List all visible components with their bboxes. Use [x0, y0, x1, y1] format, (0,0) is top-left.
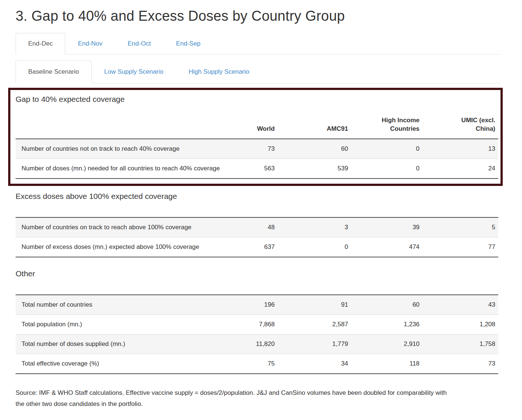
value-cell: 73 — [423, 354, 498, 374]
value-cell: 118 — [351, 354, 423, 374]
value-cell: 34 — [278, 354, 351, 374]
row-label: Number of doses (mn.) needed for all cou… — [16, 159, 228, 179]
value-cell: 24 — [423, 159, 498, 179]
value-cell: 77 — [423, 237, 498, 257]
value-cell: 0 — [351, 159, 423, 179]
table-row: Total effective coverage (%) 75 34 118 7… — [16, 354, 498, 374]
value-cell: 73 — [228, 139, 278, 159]
value-cell: 1,208 — [423, 314, 498, 334]
tab-end-nov[interactable]: End-Nov — [65, 33, 115, 54]
value-cell: 196 — [228, 295, 278, 315]
other-table: Total number of countries 196 91 60 43 T… — [16, 294, 498, 374]
annotation-highlight-box: Gap to 40% expected coverage World AMC91… — [8, 88, 503, 186]
empty-header-cell — [16, 110, 228, 139]
tab-end-oct[interactable]: End-Oct — [115, 33, 163, 54]
section-heading-excess-doses: Excess doses above 100% expected coverag… — [16, 192, 501, 201]
column-header-world: World — [228, 110, 278, 139]
row-label: Total effective coverage (%) — [16, 354, 228, 374]
column-header-umic: UMIC (excl. China) — [423, 110, 498, 139]
tab-high-supply-scenario[interactable]: High Supply Scenario — [176, 60, 262, 83]
source-note: Source: IMF & WHO Staff calculations. Ef… — [16, 387, 453, 410]
table-row: Number of countries not on track to reac… — [16, 139, 498, 159]
value-cell: 60 — [351, 295, 423, 315]
value-cell: 1,779 — [278, 334, 351, 354]
value-cell: 60 — [278, 139, 351, 159]
table-row: Number of excess doses (mn.) expected ab… — [16, 237, 498, 257]
value-cell: 43 — [423, 295, 498, 315]
value-cell: 75 — [228, 354, 278, 374]
value-cell: 48 — [228, 217, 278, 237]
row-label: Number of countries on track to reach ab… — [16, 217, 228, 237]
value-cell: 11,820 — [228, 334, 278, 354]
value-cell: 91 — [278, 295, 351, 315]
tab-low-supply-scenario[interactable]: Low Supply Scenario — [92, 60, 176, 83]
scenario-tabs: Baseline Scenario Low Supply Scenario Hi… — [16, 60, 500, 83]
column-header-amc91: AMC91 — [278, 110, 351, 139]
table-row: Total number of doses supplied (mn.) 11,… — [16, 334, 498, 354]
row-label: Total number of countries — [16, 295, 228, 315]
value-cell: 13 — [423, 139, 498, 159]
row-label: Total population (mn.) — [16, 314, 228, 334]
value-cell: 2,587 — [278, 314, 351, 334]
column-header-high-income: High Income Countries — [351, 110, 423, 139]
row-label: Number of excess doses (mn.) expected ab… — [16, 237, 228, 257]
tab-baseline-scenario[interactable]: Baseline Scenario — [16, 60, 92, 83]
value-cell: 474 — [351, 237, 423, 257]
vaccine-tracker-page: 3. Gap to 40% and Excess Doses by Countr… — [0, 0, 501, 410]
gap-to-40-table: World AMC91 High Income Countries UMIC (… — [16, 110, 498, 179]
value-cell: 7,868 — [228, 314, 278, 334]
value-cell: 39 — [351, 217, 423, 237]
excess-doses-table: Number of countries on track to reach ab… — [16, 217, 498, 257]
value-cell: 0 — [351, 139, 423, 159]
section-heading-gap-to-40: Gap to 40% expected coverage — [16, 95, 498, 104]
column-header-row: World AMC91 High Income Countries UMIC (… — [16, 110, 498, 139]
page-title: 3. Gap to 40% and Excess Doses by Countr… — [16, 8, 501, 24]
value-cell: 3 — [278, 217, 351, 237]
value-cell: 2,910 — [351, 334, 423, 354]
table-row: Number of countries on track to reach ab… — [16, 217, 498, 237]
value-cell: 539 — [278, 159, 351, 179]
tab-end-dec[interactable]: End-Dec — [16, 33, 65, 54]
table-row: Total number of countries 196 91 60 43 — [16, 295, 498, 315]
row-label: Number of countries not on track to reac… — [16, 139, 228, 159]
period-tabs: End-Dec End-Nov End-Oct End-Sep — [16, 33, 500, 54]
tab-end-sep[interactable]: End-Sep — [163, 33, 213, 54]
row-label: Total number of doses supplied (mn.) — [16, 334, 228, 354]
value-cell: 563 — [228, 159, 278, 179]
value-cell: 1,236 — [351, 314, 423, 334]
value-cell: 637 — [228, 237, 278, 257]
value-cell: 0 — [278, 237, 351, 257]
value-cell: 5 — [423, 217, 498, 237]
table-row: Total population (mn.) 7,868 2,587 1,236… — [16, 314, 498, 334]
table-row: Number of doses (mn.) needed for all cou… — [16, 159, 498, 179]
section-heading-other: Other — [16, 269, 501, 278]
value-cell: 1,758 — [423, 334, 498, 354]
